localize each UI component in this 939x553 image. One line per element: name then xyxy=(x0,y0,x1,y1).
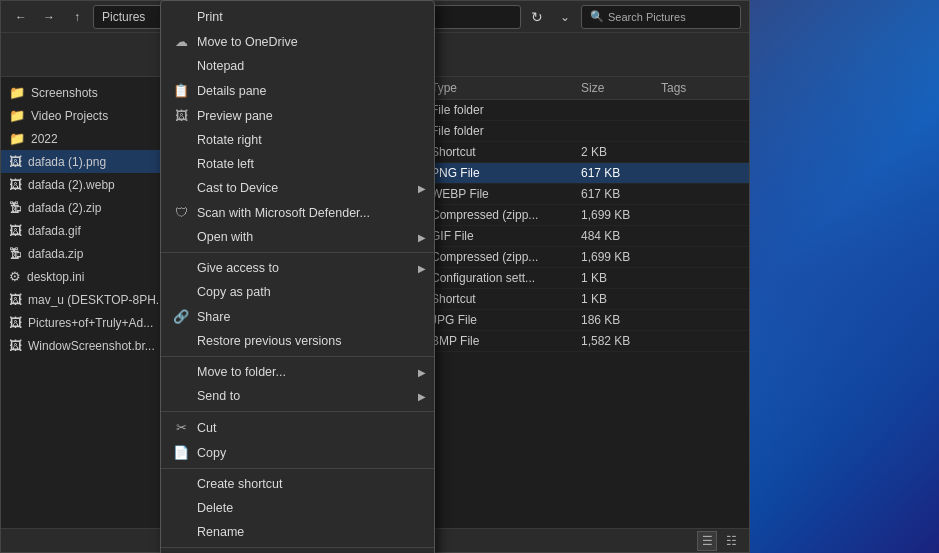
file-type: JPG File xyxy=(431,313,581,327)
menu-item-preview-pane[interactable]: 🖼 Preview pane xyxy=(161,103,434,128)
menu-item-scan-defender[interactable]: 🛡 Scan with Microsoft Defender... xyxy=(161,200,434,225)
menu-item-send-to[interactable]: Send to ▶ xyxy=(161,384,434,408)
file-type: WEBP File xyxy=(431,187,581,201)
menu-item-label: Move to OneDrive xyxy=(197,35,422,49)
sidebar-item-label: Screenshots xyxy=(31,86,98,100)
menu-item-label: Copy as path xyxy=(197,285,422,299)
sidebar-item-dafada-zip[interactable]: 🗜dafada.zip xyxy=(1,242,160,265)
menu-item-move-to-onedrive[interactable]: ☁ Move to OneDrive xyxy=(161,29,434,54)
menu-item-give-access[interactable]: Give access to ▶ xyxy=(161,256,434,280)
expand-button[interactable]: ⌄ xyxy=(553,5,577,29)
file-size: 186 KB xyxy=(581,313,661,327)
menu-item-notepad[interactable]: Notepad xyxy=(161,54,434,78)
menu-item-open-with[interactable]: Open with ▶ xyxy=(161,225,434,249)
folder-icon: 🗜 xyxy=(9,200,22,215)
menu-item-cut[interactable]: ✂ Cut xyxy=(161,415,434,440)
menu-item-label: Print xyxy=(197,10,422,24)
menu-item-label: Cast to Device xyxy=(197,181,422,195)
sidebar-item-dafada-2-webp[interactable]: 🖼dafada (2).webp xyxy=(1,173,160,196)
menu-item-label: Scan with Microsoft Defender... xyxy=(197,206,422,220)
folder-icon: 🖼 xyxy=(9,177,22,192)
menu-item-cast-to-device[interactable]: Cast to Device ▶ xyxy=(161,176,434,200)
col-type-header: Type xyxy=(431,81,581,95)
refresh-button[interactable]: ↻ xyxy=(525,5,549,29)
file-type: PNG File xyxy=(431,166,581,180)
file-size: 617 KB xyxy=(581,166,661,180)
sidebar-item-windowscreenshot[interactable]: 🖼WindowScreenshot.br... xyxy=(1,334,160,357)
menu-item-delete[interactable]: Delete xyxy=(161,496,434,520)
file-size: 1 KB xyxy=(581,271,661,285)
sidebar-item-label: dafada.gif xyxy=(28,224,81,238)
menu-item-rotate-left[interactable]: Rotate left xyxy=(161,152,434,176)
submenu-arrow-icon: ▶ xyxy=(418,367,426,378)
sidebar-item-mav-u[interactable]: 🖼mav_u (DESKTOP-8PH... xyxy=(1,288,160,311)
file-type: GIF File xyxy=(431,229,581,243)
menu-item-label: Details pane xyxy=(197,84,422,98)
details-view-button[interactable]: ☷ xyxy=(721,531,741,551)
file-type: Compressed (zipp... xyxy=(431,208,581,222)
folder-icon: ⚙ xyxy=(9,269,21,284)
menu-item-icon: ☁ xyxy=(173,34,189,49)
folder-icon: 📁 xyxy=(9,108,25,123)
folder-icon: 🖼 xyxy=(9,292,22,307)
sidebar-item-screenshots[interactable]: 📁Screenshots xyxy=(1,81,160,104)
sidebar-item-label: WindowScreenshot.br... xyxy=(28,339,155,353)
file-size: 484 KB xyxy=(581,229,661,243)
sidebar-item-video-projects[interactable]: 📁Video Projects xyxy=(1,104,160,127)
menu-item-icon: ✂ xyxy=(173,420,189,435)
folder-icon: 🖼 xyxy=(9,338,22,353)
file-size: 1,699 KB xyxy=(581,250,661,264)
menu-item-print[interactable]: Print xyxy=(161,5,434,29)
menu-item-restore-versions[interactable]: Restore previous versions xyxy=(161,329,434,353)
folder-icon: 📁 xyxy=(9,85,25,100)
sidebar-item-dafada-2-zip[interactable]: 🗜dafada (2).zip xyxy=(1,196,160,219)
back-button[interactable]: ← xyxy=(9,5,33,29)
sidebar-item-label: dafada (2).webp xyxy=(28,178,115,192)
sidebar-item-desktop-ini[interactable]: ⚙desktop.ini xyxy=(1,265,160,288)
menu-item-label: Delete xyxy=(197,501,422,515)
menu-item-share[interactable]: 🔗 Share xyxy=(161,304,434,329)
sidebar-item-dafada-gif[interactable]: 🖼dafada.gif xyxy=(1,219,160,242)
menu-item-label: Create shortcut xyxy=(197,477,422,491)
sidebar-item-pictures-of[interactable]: 🖼Pictures+of+Truly+Ad... xyxy=(1,311,160,334)
menu-separator xyxy=(161,356,434,357)
menu-item-label: Move to folder... xyxy=(197,365,422,379)
search-bar[interactable]: 🔍 Search Pictures xyxy=(581,5,741,29)
sidebar-item-2022[interactable]: 📁2022 xyxy=(1,127,160,150)
menu-item-label: Rotate right xyxy=(197,133,422,147)
file-type: File folder xyxy=(431,103,581,117)
menu-item-move-to-folder[interactable]: Move to folder... ▶ xyxy=(161,360,434,384)
file-type: Shortcut xyxy=(431,145,581,159)
menu-item-label: Copy xyxy=(197,446,422,460)
file-size: 1,699 KB xyxy=(581,208,661,222)
list-view-button[interactable]: ☰ xyxy=(697,531,717,551)
menu-item-create-shortcut[interactable]: Create shortcut xyxy=(161,472,434,496)
menu-item-rotate-right[interactable]: Rotate right xyxy=(161,128,434,152)
folder-icon: 🖼 xyxy=(9,223,22,238)
submenu-arrow-icon: ▶ xyxy=(418,232,426,243)
menu-item-label: Send to xyxy=(197,389,422,403)
folder-icon: 📁 xyxy=(9,131,25,146)
menu-item-icon: 📋 xyxy=(173,83,189,98)
sidebar-item-dafada-1-png[interactable]: 🖼dafada (1).png xyxy=(1,150,160,173)
menu-item-label: Share xyxy=(197,310,422,324)
search-icon: 🔍 xyxy=(590,10,604,23)
sidebar: 📁Screenshots📁Video Projects📁2022🖼dafada … xyxy=(1,77,161,528)
menu-item-label: Rotate left xyxy=(197,157,422,171)
folder-icon: 🖼 xyxy=(9,154,22,169)
menu-item-label: Open with xyxy=(197,230,422,244)
sidebar-item-label: mav_u (DESKTOP-8PH... xyxy=(28,293,160,307)
menu-item-details-pane[interactable]: 📋 Details pane xyxy=(161,78,434,103)
menu-item-rename[interactable]: Rename xyxy=(161,520,434,544)
context-menu: Print ☁ Move to OneDrive Notepad 📋 Detai… xyxy=(160,0,435,553)
menu-item-copy-as-path[interactable]: Copy as path xyxy=(161,280,434,304)
file-type: Configuration sett... xyxy=(431,271,581,285)
menu-item-copy[interactable]: 📄 Copy xyxy=(161,440,434,465)
file-size: 1,582 KB xyxy=(581,334,661,348)
sidebar-item-label: Pictures+of+Truly+Ad... xyxy=(28,316,153,330)
up-button[interactable]: ↑ xyxy=(65,5,89,29)
menu-separator xyxy=(161,468,434,469)
menu-item-icon: 🔗 xyxy=(173,309,189,324)
sidebar-item-label: dafada.zip xyxy=(28,247,83,261)
forward-button[interactable]: → xyxy=(37,5,61,29)
